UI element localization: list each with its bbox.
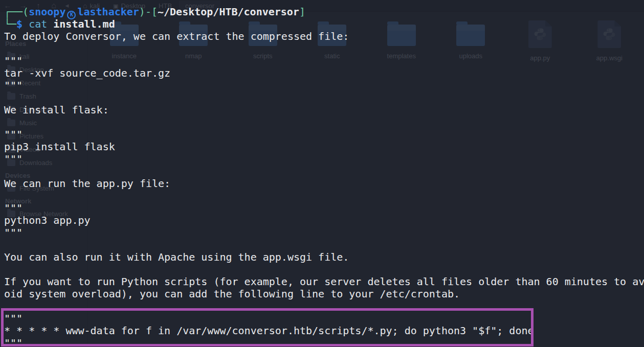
prompt-user: snoopy bbox=[29, 6, 65, 18]
terminal-line: """ bbox=[4, 226, 644, 239]
terminal-line bbox=[4, 190, 644, 202]
terminal-line: pip3 install flask bbox=[4, 141, 644, 153]
command-argument: install.md bbox=[53, 18, 115, 30]
terminal-line: """ bbox=[4, 55, 644, 67]
terminal-line: If you want to run Python scripts (for e… bbox=[4, 275, 644, 288]
terminal-line bbox=[4, 165, 644, 177]
terminal-line: We install flask: bbox=[4, 104, 644, 116]
prompt-line-2: └─$catinstall.md bbox=[4, 18, 644, 30]
terminal-line: * * * * * www-data for f in /var/www/con… bbox=[4, 325, 644, 337]
prompt-path: ~/Desktop/HTB/conversor bbox=[158, 6, 299, 18]
prompt-host: lasthacker bbox=[77, 6, 139, 18]
terminal-line: """ bbox=[4, 312, 644, 325]
prompt-separator: )-[ bbox=[139, 6, 158, 18]
terminal-line bbox=[4, 239, 644, 251]
terminal-line bbox=[4, 91, 644, 104]
prompt-tail: └─ bbox=[4, 18, 16, 30]
command-text: cat bbox=[29, 18, 47, 30]
terminal-output: To deploy Conversor, we can extract the … bbox=[4, 30, 644, 347]
terminal-line bbox=[4, 116, 644, 128]
prompt-open: ┌──( bbox=[4, 6, 29, 18]
terminal-line: We can run the app.py file: bbox=[4, 177, 644, 190]
terminal-line: You can also run it with Apache using th… bbox=[4, 251, 644, 263]
terminal-line: """ bbox=[4, 79, 644, 91]
terminal-line: python3 app.py bbox=[4, 214, 644, 226]
terminal-line: To deploy Conversor, we can extract the … bbox=[4, 30, 644, 42]
terminal-line bbox=[4, 42, 644, 55]
prompt-dollar: $ bbox=[16, 18, 23, 30]
terminal-line: """ bbox=[4, 337, 644, 347]
terminal-line: oid system overload), you can add the fo… bbox=[4, 288, 644, 300]
terminal-line: tar -xvf source_code.tar.gz bbox=[4, 67, 644, 79]
terminal-line bbox=[4, 263, 644, 275]
terminal-line bbox=[4, 300, 644, 312]
terminal-line: """ bbox=[4, 202, 644, 214]
prompt-line-1: ┌──(snoopylasthacker)-[~/Desktop/HTB/con… bbox=[4, 6, 644, 18]
terminal-line: """ bbox=[4, 153, 644, 165]
terminal-window[interactable]: ┌──(snoopylasthacker)-[~/Desktop/HTB/con… bbox=[0, 0, 644, 347]
prompt-bracket-end: ] bbox=[299, 6, 305, 18]
terminal-line: """ bbox=[4, 128, 644, 141]
